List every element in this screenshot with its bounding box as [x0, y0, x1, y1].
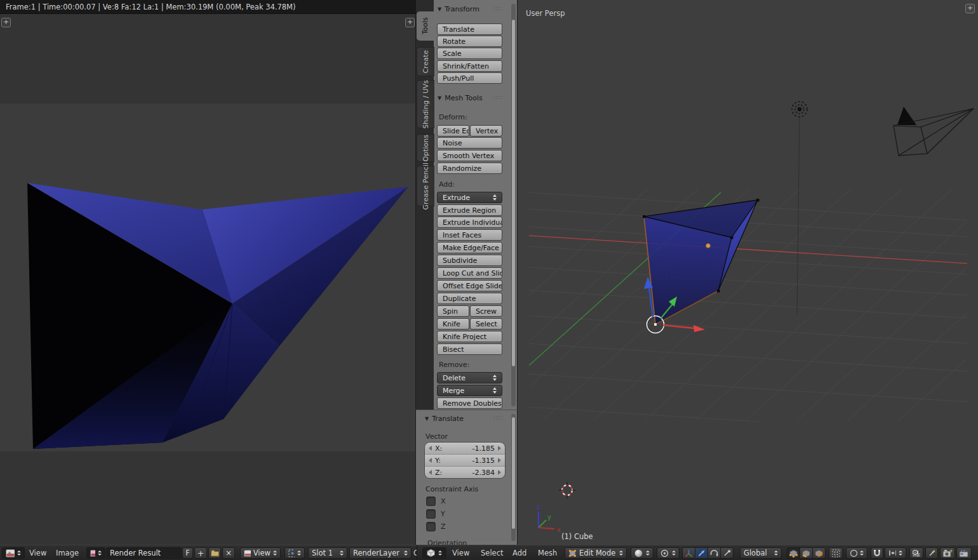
randomize-button[interactable]: Randomize — [437, 163, 502, 174]
menu-select[interactable]: Select — [481, 545, 503, 560]
panel-expand-arrow-icon[interactable]: ▼ — [425, 416, 429, 422]
tab-options[interactable]: Options — [417, 134, 434, 162]
image-name-field[interactable]: Render Result — [106, 547, 182, 559]
transform-orientation-dropdown[interactable]: Global — [740, 547, 782, 559]
image-browse-dropdown[interactable] — [86, 547, 105, 559]
decrement-arrow-icon[interactable] — [429, 458, 432, 463]
editor-type-selector[interactable] — [422, 547, 446, 559]
menu-view[interactable]: View — [29, 545, 46, 560]
image-editor-area[interactable]: + + — [0, 14, 416, 545]
screw-button[interactable]: Screw — [470, 305, 502, 317]
selected-vertex[interactable] — [654, 323, 657, 326]
panel-expand-arrow-icon[interactable]: ▼ — [438, 95, 441, 101]
stepper-arrows-icon[interactable] — [619, 550, 623, 556]
snap-toggle-button[interactable] — [871, 547, 883, 559]
extrude-dropdown[interactable]: Extrude — [437, 192, 502, 203]
stepper-arrows-icon[interactable] — [98, 550, 102, 556]
vertex-slide-button[interactable]: Vertex — [470, 125, 502, 137]
stepper-arrows-icon[interactable] — [493, 194, 497, 201]
translate-operator-header[interactable]: ▼ Translate — [425, 415, 464, 423]
extrude-region-button[interactable]: Extrude Region — [437, 204, 502, 216]
opengl-render-still-button[interactable]: + — [940, 547, 955, 559]
stepper-arrows-icon[interactable] — [493, 375, 497, 381]
knife-select-button[interactable]: Select — [470, 318, 502, 330]
menu-mesh[interactable]: Mesh — [538, 545, 557, 560]
vertex-select-button[interactable] — [787, 547, 800, 559]
smooth-vertex-button[interactable]: Smooth Vertex — [437, 150, 502, 161]
transform-panel-header[interactable]: ▼ Transform — [438, 5, 479, 13]
inset-faces-button[interactable]: Inset Faces — [437, 229, 502, 241]
manipulator-toggle-button[interactable] — [682, 547, 695, 559]
manipulator-rotate-button[interactable] — [707, 547, 721, 559]
opengl-render-anim-button[interactable] — [956, 547, 972, 559]
loop-cut-button[interactable]: Loop Cut and Slide — [437, 267, 502, 279]
lamp-object[interactable] — [792, 102, 807, 117]
viewport-3d[interactable]: z y x User Persp (1) Cube + — [518, 0, 978, 545]
edge-select-button[interactable] — [800, 547, 813, 559]
stepper-arrows-icon[interactable] — [438, 550, 442, 556]
camera-object[interactable] — [894, 107, 974, 156]
increment-arrow-icon[interactable] — [498, 446, 501, 451]
knife-project-button[interactable]: Knife Project — [437, 331, 502, 342]
unlink-image-button[interactable]: × — [222, 547, 235, 559]
rotate-button[interactable]: Rotate — [437, 36, 502, 47]
slide-edge-button[interactable]: Slide Ed — [437, 125, 469, 137]
bisect-button[interactable]: Bisect — [437, 343, 502, 355]
stepper-arrows-icon[interactable] — [340, 550, 344, 556]
menu-add[interactable]: Add — [512, 545, 526, 560]
tab-tools[interactable]: Tools — [417, 11, 434, 41]
menu-image[interactable]: Image — [56, 545, 79, 560]
knife-button[interactable]: Knife — [437, 318, 469, 330]
panel-drag-dots-icon[interactable]: ∷∷ — [493, 94, 503, 101]
snap-peel-object-button[interactable] — [909, 547, 923, 559]
increment-arrow-icon[interactable] — [498, 458, 501, 463]
constraint-z-checkbox[interactable] — [426, 522, 436, 531]
mode-dropdown[interactable]: Edit Mode — [565, 547, 627, 559]
menu-view[interactable]: View — [452, 545, 469, 560]
cube-mesh-object[interactable] — [643, 199, 760, 326]
cursor-3d[interactable] — [559, 482, 575, 498]
face-select-button[interactable] — [812, 547, 826, 559]
tab-shading-uvs[interactable]: Shading / UVs — [417, 80, 434, 128]
collapse-region-plus-icon[interactable]: + — [405, 18, 415, 27]
proportional-edit-dropdown[interactable] — [846, 547, 867, 559]
tool-shelf-scrollbar[interactable] — [511, 19, 516, 367]
operator-scrollbar[interactable] — [511, 417, 516, 530]
new-image-button[interactable]: + — [194, 547, 207, 559]
manipulator-translate-button[interactable] — [695, 547, 708, 559]
panel-drag-dots-icon[interactable]: ∷∷ — [493, 415, 503, 422]
tab-grease-pencil[interactable]: Grease Pencil — [417, 166, 434, 206]
limit-selection-visible-button[interactable] — [829, 547, 843, 559]
stepper-arrows-icon[interactable] — [860, 550, 864, 556]
panel-drag-dots-icon[interactable]: ∷∷ — [493, 5, 503, 12]
make-edge-face-button[interactable]: Make Edge/Face — [437, 242, 502, 253]
decrement-arrow-icon[interactable] — [429, 470, 432, 475]
vector-z-field[interactable]: Z: -2.384 — [425, 467, 505, 478]
stepper-arrows-icon[interactable] — [646, 550, 650, 556]
stepper-arrows-icon[interactable] — [297, 550, 301, 556]
open-image-button[interactable] — [208, 547, 221, 559]
duplicate-button[interactable]: Duplicate — [437, 293, 502, 304]
collapse-region-plus-icon[interactable]: + — [1, 18, 11, 27]
stepper-arrows-icon[interactable] — [273, 550, 277, 556]
constraint-y-checkbox[interactable] — [426, 509, 436, 519]
manipulator-scale-button[interactable] — [720, 547, 734, 559]
merge-dropdown[interactable]: Merge — [437, 385, 502, 396]
push-pull-button[interactable]: Push/Pull — [437, 72, 502, 84]
offset-edge-slide-button[interactable]: Offset Edge Slide — [437, 280, 502, 291]
constraint-x-checkbox[interactable] — [426, 497, 436, 506]
vector-x-field[interactable]: X: -1.185 — [425, 443, 505, 455]
vector-y-field[interactable]: Y: -1.315 — [425, 455, 505, 467]
tab-create[interactable]: Create — [417, 47, 434, 76]
extrude-individual-button[interactable]: Extrude Individual — [437, 217, 502, 228]
fake-user-button[interactable]: F — [182, 547, 193, 559]
scale-button[interactable]: Scale — [437, 48, 502, 59]
delete-dropdown[interactable]: Delete — [437, 372, 502, 383]
viewport-shading-dropdown[interactable] — [631, 547, 653, 559]
decrement-arrow-icon[interactable] — [429, 446, 432, 451]
translate-button[interactable]: Translate — [437, 23, 502, 35]
shrink-fatten-button[interactable]: Shrink/Fatten — [437, 60, 502, 72]
manipulate-center-points-button[interactable] — [925, 547, 938, 559]
spin-button[interactable]: Spin — [437, 305, 469, 317]
stepper-arrows-icon[interactable] — [404, 550, 408, 556]
